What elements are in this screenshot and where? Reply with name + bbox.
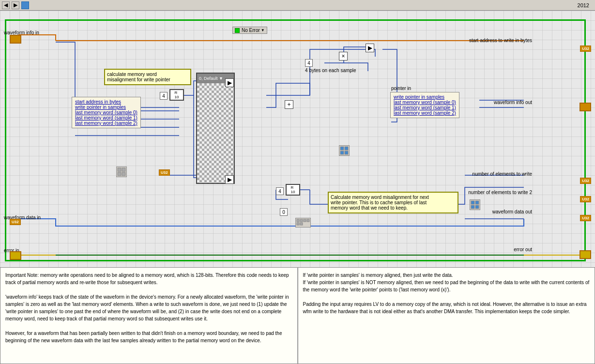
multiply-node: × <box>339 52 348 61</box>
unbundle-left <box>116 167 127 177</box>
bottom-notes: Important Note: memory write operations … <box>0 267 595 364</box>
bundle-small-bottom-icon <box>296 219 310 227</box>
waveform-in-cluster: start address in bytes write pointer in … <box>72 97 141 128</box>
r10-right: R10 <box>286 184 300 196</box>
cluster-label-start-addr: start address in bytes <box>75 99 137 105</box>
label-num-elements-write2: number of elements to write 2 <box>468 190 532 195</box>
calc-box-right: Calculate memory word misalignment for n… <box>328 192 458 213</box>
vi-icon <box>21 1 29 9</box>
out-cluster-last1: last memory word (sample 1) <box>394 105 456 110</box>
svg-rect-8 <box>471 201 474 204</box>
cluster-label-last1: last memory word (sample 1) <box>75 115 137 121</box>
cluster-label-last0: last memory word (sample 0) <box>75 110 137 115</box>
canvas-area: No Error ▼ waveform info in waveform dat… <box>0 11 595 267</box>
svg-rect-1 <box>122 168 125 171</box>
const-4-multiply: 4 <box>305 59 313 67</box>
svg-rect-3 <box>122 172 125 176</box>
note-left-text: Important Note: memory write operations … <box>5 273 289 343</box>
label-start-address: start address to write in bytes <box>469 38 532 43</box>
shift-reg-label: 0, Default ▼ <box>199 76 223 81</box>
buffer-bottom: ▶ <box>225 175 234 184</box>
svg-rect-11 <box>475 205 479 209</box>
no-error-indicator[interactable]: No Error ▼ <box>232 27 267 34</box>
titlebar-icons: ◀ ▶ <box>2 1 29 9</box>
waveform-data-out-badge: U32 <box>580 215 591 221</box>
const-0: 0 <box>280 208 288 216</box>
svg-rect-13 <box>300 219 303 222</box>
waveform-out-cluster: write pointer in samples last memory wor… <box>390 92 459 118</box>
label-waveform-info-in: waveform info in <box>4 30 39 35</box>
calc-box-left-text: calculate memory wordmisalignment for wr… <box>107 72 170 82</box>
back-icon[interactable]: ◀ <box>2 1 10 9</box>
svg-rect-14 <box>304 219 306 222</box>
out-cluster-last0: last memory word (sample 0) <box>394 100 456 105</box>
label-4-bytes: 4 bytes on each sample <box>305 68 356 73</box>
note-box-left: Important Note: memory write operations … <box>0 267 298 364</box>
label-pointer-in: pointer in <box>391 86 411 91</box>
note-right-text: If 'write pointer in samples' is memory … <box>303 273 590 314</box>
titlebar-year: 2012 <box>578 2 593 8</box>
calc-box-right-text: Calculate memory word misalignment for n… <box>331 195 429 211</box>
svg-rect-16 <box>297 223 299 225</box>
svg-rect-5 <box>345 147 348 150</box>
bundle-output-icon <box>471 200 479 209</box>
svg-rect-7 <box>345 151 348 154</box>
bundle-small-bottom <box>295 218 311 228</box>
shift-reg-body <box>197 83 234 183</box>
bundle-right-icon <box>340 146 349 155</box>
label-waveform-info-out: waveform info out <box>494 100 532 105</box>
bundle-output <box>470 199 480 210</box>
const-4-left: 4 <box>160 92 168 100</box>
r10-left: R10 <box>169 89 184 101</box>
svg-rect-0 <box>118 168 121 171</box>
shift-register: 0, Default ▼ <box>196 73 235 184</box>
svg-rect-10 <box>471 205 474 209</box>
buffer-top: ▶ <box>225 78 234 87</box>
calc-box-left: calculate memory wordmisalignment for wr… <box>104 69 191 85</box>
note-box-right: If 'write pointer in samples' is memory … <box>298 267 595 364</box>
cluster-label-write-ptr: write pointer in samples <box>75 105 137 110</box>
cluster-label-last2: last memory word (sample 2) <box>75 121 137 126</box>
no-error-label: No Error <box>242 28 260 33</box>
waveform-data-in-badge: U32 <box>10 219 21 225</box>
svg-rect-12 <box>297 219 299 222</box>
label-error-out: error out <box>514 247 532 252</box>
start-address-badge: U32 <box>580 46 591 52</box>
num-elements-write-badge: U32 <box>580 178 591 184</box>
const-4-bottom: 4 <box>276 187 284 195</box>
dropdown-arrow[interactable]: ▼ <box>261 28 265 32</box>
unbundle-left-icon <box>117 167 126 176</box>
svg-rect-6 <box>340 151 344 154</box>
svg-rect-17 <box>300 223 303 225</box>
bundle-right <box>339 145 350 156</box>
waveform-info-out-terminal <box>580 103 591 111</box>
u32-converter: U32 <box>159 169 170 176</box>
svg-rect-2 <box>118 172 121 176</box>
r10-left-label: R10 <box>175 91 179 99</box>
r10-right-label: R10 <box>291 185 295 194</box>
add-node: + <box>285 100 293 109</box>
forward-icon[interactable]: ▶ <box>12 1 19 9</box>
error-out-terminal <box>580 250 591 259</box>
svg-rect-9 <box>475 201 479 204</box>
titlebar: ◀ ▶ 2012 <box>0 0 595 11</box>
out-cluster-write-ptr: write pointer in samples <box>394 94 456 100</box>
error-in-terminal <box>10 251 21 260</box>
out-cluster-last2: last memory word (sample 2) <box>394 110 456 116</box>
svg-rect-15 <box>307 219 309 222</box>
waveform-info-in-terminal <box>10 35 21 44</box>
buffer-right-top: ▶ <box>366 44 374 52</box>
label-num-elements-write: number of elements to write <box>473 171 532 177</box>
svg-rect-4 <box>340 147 344 150</box>
label-waveform-data-out: waveform data out <box>492 209 532 214</box>
num-elements-write2-badge: U32 <box>580 196 591 202</box>
